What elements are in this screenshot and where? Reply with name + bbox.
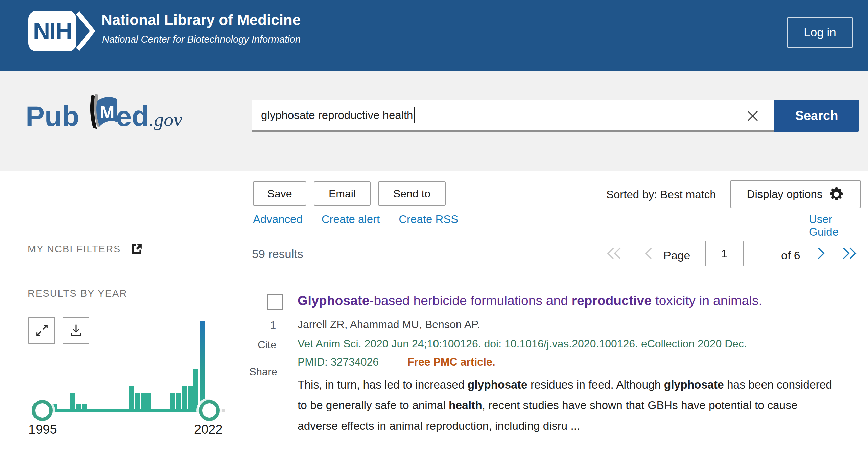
share-button[interactable]: Share: [249, 366, 277, 378]
result-citation: Vet Anim Sci. 2020 Jun 24;10:100126. doi…: [298, 338, 747, 350]
login-button[interactable]: Log in: [787, 17, 853, 48]
chevron-double-right-icon: [841, 245, 858, 261]
year-bar: [200, 321, 205, 410]
pubmed-logo[interactable]: Pub M ed .gov: [26, 93, 182, 130]
year-bar: [135, 393, 140, 410]
year-bar: [52, 404, 57, 410]
advanced-link[interactable]: Advanced: [253, 213, 303, 226]
display-options-button[interactable]: Display options: [730, 180, 861, 208]
year-bar: [146, 393, 151, 410]
result-title-link[interactable]: Glyphosate-based herbicide formulations …: [298, 292, 852, 309]
free-pmc-label: Free PMC article.: [407, 356, 495, 368]
chevron-right-icon: [814, 245, 828, 261]
cite-button[interactable]: Cite: [258, 339, 276, 351]
my-ncbi-filters-label: MY NCBI FILTERS: [28, 244, 121, 255]
nih-logo-text: NIH: [33, 18, 72, 45]
gear-icon: [828, 186, 844, 202]
my-ncbi-filters-link[interactable]: MY NCBI FILTERS: [28, 242, 144, 256]
year-bar: [170, 393, 175, 410]
year-end-label: 2022: [194, 422, 223, 437]
display-options-label: Display options: [747, 188, 823, 201]
nih-logo[interactable]: NIH: [28, 11, 76, 51]
year-bar: [99, 409, 104, 410]
year-bar: [193, 369, 198, 410]
nih-logo-arrow-icon: [76, 11, 97, 51]
create-alert-link[interactable]: Create alert: [322, 213, 380, 226]
page-label: Page: [663, 249, 690, 262]
results-by-year-label: RESULTS BY YEAR: [28, 288, 127, 299]
year-bar: [82, 404, 87, 410]
year-bar: [64, 409, 69, 410]
expand-chart-button[interactable]: [28, 317, 55, 344]
page-total-label: of 6: [781, 249, 800, 262]
search-query-text: glyphosate reproductive health: [261, 109, 413, 122]
year-bar: [188, 386, 193, 410]
year-bar: [88, 409, 93, 410]
page-number-input[interactable]: [705, 241, 744, 266]
year-bar: [105, 409, 111, 410]
sorted-by-dropdown[interactable]: Sorted by: Best match: [606, 188, 716, 201]
first-page-button[interactable]: [605, 245, 623, 263]
send-to-button[interactable]: Send to: [378, 181, 446, 206]
save-button[interactable]: Save: [253, 181, 306, 206]
section-divider: [0, 219, 868, 219]
year-bar: [58, 409, 63, 410]
external-link-icon: [130, 242, 144, 256]
last-page-button[interactable]: [841, 245, 858, 263]
org-name: National Library of Medicine: [101, 11, 301, 28]
result-number: 1: [270, 319, 276, 332]
results-count: 59 results: [252, 247, 303, 261]
year-slider-handle-start[interactable]: [32, 400, 53, 421]
results-by-year-chart: [52, 321, 211, 410]
year-bar: [158, 409, 163, 410]
result-pmid: PMID: 32734026: [298, 356, 379, 368]
next-page-button[interactable]: [814, 245, 828, 263]
year-bar: [176, 393, 181, 410]
pubmed-book-icon: M: [77, 93, 119, 132]
year-bar: [111, 409, 116, 410]
clear-x-icon: [746, 109, 760, 123]
year-bar: [153, 409, 158, 410]
create-rss-link[interactable]: Create RSS: [399, 213, 458, 226]
search-input[interactable]: glyphosate reproductive health: [252, 100, 774, 132]
year-bar: [76, 404, 81, 410]
svg-text:M: M: [100, 102, 114, 122]
pubmed-logo-ed: ed: [116, 102, 149, 130]
email-button[interactable]: Email: [314, 181, 371, 206]
year-bar: [182, 386, 187, 410]
year-bar: [94, 409, 99, 410]
previous-page-button[interactable]: [642, 245, 655, 263]
year-start-label: 1995: [28, 422, 57, 437]
year-bar: [129, 386, 134, 410]
chevron-double-left-icon: [605, 245, 623, 261]
chevron-left-icon: [642, 245, 655, 261]
clear-search-button[interactable]: [738, 102, 768, 130]
pubmed-logo-gov: .gov: [149, 109, 182, 130]
text-cursor: [414, 107, 415, 123]
year-bar: [123, 409, 128, 410]
result-authors: Jarrell ZR, Ahammad MU, Benson AP.: [298, 318, 480, 331]
year-bar: [164, 409, 169, 410]
year-bar: [117, 409, 122, 410]
org-subtitle: National Center for Biotechnology Inform…: [102, 34, 301, 45]
user-guide-link[interactable]: User Guide: [809, 213, 860, 239]
result-checkbox[interactable]: [267, 294, 283, 310]
expand-icon: [34, 323, 50, 338]
year-bar: [70, 393, 75, 410]
year-bar: [141, 393, 146, 410]
year-slider-handle-end[interactable]: [199, 400, 220, 421]
pubmed-logo-pub: Pub: [26, 102, 79, 130]
search-section: Pub M ed .gov glyphosate reproductive he…: [0, 71, 868, 171]
result-snippet: This, in turn, has led to increased glyp…: [298, 374, 839, 436]
search-button[interactable]: Search: [774, 100, 859, 132]
nih-header-bar: NIH National Library of Medicine Nationa…: [0, 0, 868, 71]
